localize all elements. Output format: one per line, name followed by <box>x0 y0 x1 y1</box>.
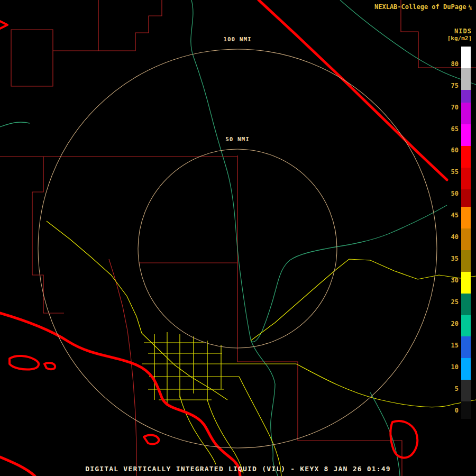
colorbar-label: 30 <box>440 276 459 285</box>
colorbar-label: 55 <box>440 168 459 176</box>
colorbar-label: 40 <box>440 233 459 241</box>
county-line <box>139 155 237 263</box>
coastline <box>0 313 240 476</box>
highway-diagonal <box>259 0 447 180</box>
colorbar-label: 10 <box>440 363 459 371</box>
river <box>271 384 278 476</box>
colorbar-label: 15 <box>440 341 459 350</box>
roads <box>47 221 476 476</box>
credit-badge-icon: ⅛ <box>468 4 472 10</box>
colorbar-label: 25 <box>440 298 459 306</box>
colorbar-label: 50 <box>440 189 459 198</box>
road <box>207 400 243 473</box>
colorbar-label: 5 <box>440 385 459 393</box>
colorbar-segment <box>461 380 471 401</box>
colorbar-segment <box>461 124 471 146</box>
island-outline <box>144 435 159 444</box>
colorbar-segment <box>461 189 471 207</box>
colorbar-segment <box>461 272 471 294</box>
range-ring-label-100nmi: 100 NMI <box>222 36 253 43</box>
colorbar-segment <box>461 103 471 124</box>
colorbar-label: 60 <box>440 146 459 154</box>
radar-display: 100 NMI 50 NMI NEXLAB-College of DuPage … <box>0 0 476 476</box>
island-outline <box>10 356 39 370</box>
colorbar-segment <box>461 294 471 315</box>
county-line <box>109 259 136 476</box>
colorbar-segment <box>461 336 471 358</box>
colorbar-label: 45 <box>440 211 459 219</box>
credit-text: NEXLAB-College of DuPage <box>374 3 466 11</box>
colorbar-segment <box>461 207 471 228</box>
coastline <box>0 21 7 29</box>
colorbar-segment <box>461 90 471 103</box>
colorbar-segment <box>461 68 471 90</box>
road <box>239 377 281 476</box>
river <box>191 0 275 384</box>
county-line <box>237 362 402 476</box>
colorbar-label: 75 <box>440 81 459 90</box>
river <box>252 205 447 342</box>
colorbar-segment <box>461 228 471 250</box>
credit-line: NEXLAB-College of DuPage ⅛ <box>374 3 472 11</box>
colorbar-segment <box>461 250 471 272</box>
colorbar-units-label: [kg/m2] <box>447 35 472 42</box>
colorbar-label: 0 <box>440 406 459 415</box>
road <box>180 396 216 464</box>
radar-map <box>0 0 476 476</box>
colorbar-segment <box>461 315 471 337</box>
colorbar-segment <box>461 146 471 168</box>
colorbar-label: 70 <box>440 103 459 112</box>
colorbar-segment <box>461 168 471 189</box>
island-outline <box>44 363 55 369</box>
county-line <box>98 0 162 51</box>
colorbar-label: 20 <box>440 319 459 328</box>
highways <box>0 0 447 476</box>
river <box>340 0 476 85</box>
colorbar-segment <box>461 401 471 419</box>
colorbar-label: 80 <box>440 60 459 68</box>
road <box>154 332 221 406</box>
river <box>0 122 30 127</box>
colorbar-segment <box>461 358 471 380</box>
range-ring-label-50nmi: 50 NMI <box>224 136 251 143</box>
river <box>370 392 400 476</box>
product-title: DIGITAL VERTICALLY INTEGRATED LIQUID (VI… <box>0 465 476 473</box>
colorbar-label: 65 <box>440 125 459 133</box>
colorbar-segment <box>461 47 471 68</box>
county-line <box>32 157 64 313</box>
colorbar-label: 35 <box>440 254 459 263</box>
road <box>47 221 142 333</box>
product-code-label: NIDS <box>454 28 472 35</box>
road <box>142 343 296 400</box>
island-outline <box>390 421 417 457</box>
county-line <box>11 0 98 86</box>
